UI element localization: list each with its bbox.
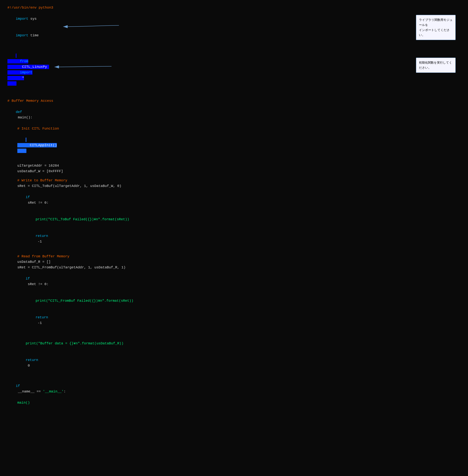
print-func3: print( [26, 341, 38, 345]
from-import-line: from CITL_LinuxPy import * [7, 48, 461, 92]
import-sys-line: import sys [7, 11, 461, 27]
if-sret-tobuf-line: if sRet != 0: [7, 189, 461, 211]
init-annotation-box: 初期化関数を実行してください。 [416, 58, 456, 73]
comment-write-line: # Write to Buffer Memory [7, 178, 461, 183]
comment-init-line: # Init CITL Function [7, 126, 461, 132]
return-keyword2: return [36, 315, 48, 319]
star: * [20, 76, 24, 80]
print-buffer-line: print("Buffer data = {}¥n".format(usData… [7, 335, 461, 352]
import-keyword2: import [16, 33, 28, 37]
def-main-line: def main(): [7, 104, 461, 126]
def-keyword: def [16, 110, 22, 114]
print-tobuf-string: "CITL_ToBuf Failed({})¥n" [48, 217, 100, 221]
import-keyword: import [16, 17, 28, 21]
import-annotation-box: ライブラリ関数用モジュールをインポートしてください。 [416, 15, 456, 40]
import-annotation-text: ライブラリ関数用モジュールをインポートしてください。 [419, 18, 453, 37]
import-keyword3: import [20, 71, 32, 74]
module-name: CITL_LinuxPy [20, 65, 49, 69]
sret-tobuf-line: sRet = CITL_ToBuf(ulTargetAddr, 1, usDat… [7, 183, 461, 189]
import-time-line: import time [7, 27, 461, 44]
citlappinit-text: CITLAppInit() [30, 143, 57, 147]
from-import-highlight: from CITL_LinuxPy import * [7, 54, 49, 86]
ul-target-addr-line: ulTargetAddr = 16284 [7, 163, 461, 169]
main-string: '__main__' [43, 390, 64, 393]
comment-buffer-memory-line: # Buffer Memory Access [7, 98, 461, 104]
citlappinit-highlight: CITLAppInit() [17, 138, 57, 153]
zero: 0 [26, 364, 30, 368]
us-data-buf-w-line: usDataBuf_W = [0xFFFF] [7, 169, 461, 174]
comment-read-line: # Read from Buffer Memory [7, 254, 461, 259]
if-keyword2: if [26, 277, 30, 280]
minus1-2: -1 [36, 321, 42, 325]
colon-end: : [64, 390, 66, 393]
return-keyword3: return [26, 358, 38, 362]
from-keyword: from [20, 59, 28, 63]
call-main-line: main() [7, 400, 461, 406]
if-keyword3: if [16, 384, 20, 388]
return-keyword1: return [36, 234, 48, 238]
if-sret-frombuf-text: sRet != 0: [26, 282, 49, 286]
print-frombuf-string: "CITL_FromBuf Failed({})¥n" [48, 299, 104, 303]
print-buffer-string: "Buffer data = {}¥n" [38, 341, 80, 345]
init-annotation-text: 初期化関数を実行してください。 [419, 61, 452, 69]
minus1-1: -1 [36, 240, 42, 244]
code-block: #!/usr/bin/env python3 import sys import… [7, 5, 461, 405]
if-sret-tobuf-text: sRet != 0: [26, 201, 49, 205]
print-tobuf-line: print("CITL_ToBuf Failed({})¥n".format(s… [7, 211, 461, 228]
return-minus1-2-line: return -1 [7, 309, 461, 331]
print-frombuf-line: print("CITL_FromBuf Failed({})¥n".format… [7, 292, 461, 309]
print-buffer-format: .format(usDataBuf_R)) [80, 341, 123, 345]
if-name-main-line: if __name__ == '__main__': [7, 378, 461, 400]
print-frombuf-format: .format(sRet)) [104, 299, 133, 303]
return-minus1-1-line: return -1 [7, 228, 461, 250]
main-func-name: main(): [16, 116, 32, 119]
sret-frombuf-line: sRet = CITL_FromBuf(ulTargetAddr, 1, usD… [7, 265, 461, 270]
return-0-line: return 0 [7, 352, 461, 374]
citlappinit-line: CITLAppInit() [7, 132, 461, 159]
us-data-buf-r-line: usDataBuf_R = [] [7, 259, 461, 265]
print-tobuf-format: .format(sRet)) [100, 217, 129, 221]
if-keyword1: if [26, 195, 30, 199]
name-main-text: __name__ == [16, 390, 43, 393]
print-func2: print( [36, 299, 48, 303]
if-sret-frombuf-line: if sRet != 0: [7, 270, 461, 292]
shebang-line: #!/usr/bin/env python3 [7, 5, 461, 11]
print-func1: print( [36, 217, 48, 221]
